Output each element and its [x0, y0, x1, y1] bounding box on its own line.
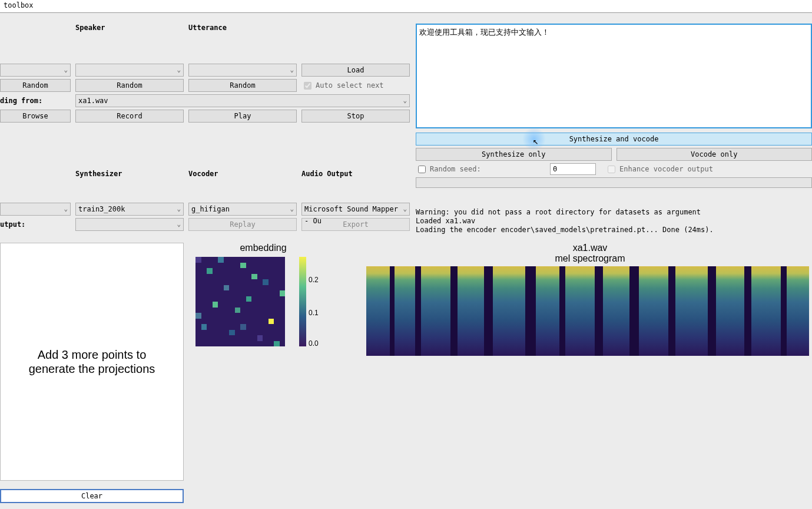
colorbar: 0.2 0.1 0.0 [299, 257, 329, 346]
spectrogram-image [366, 266, 809, 356]
projection-panel: Add 3 more points to generate the projec… [0, 243, 184, 481]
output-label: utput: [0, 220, 71, 229]
spectrogram-panel: xa1.wav mel spectrogram [366, 243, 812, 481]
colorbar-tick-01: 0.1 [309, 309, 319, 317]
auto-select-checkbox[interactable]: Auto select next [301, 80, 410, 91]
record-button[interactable]: Record [75, 110, 184, 123]
enhance-label: Enhance vocoder output [619, 165, 713, 173]
synthesize-and-vocode-button[interactable]: Synthesize and vocode ↖ [416, 133, 812, 146]
enhance-checkbox[interactable]: Enhance vocoder output [605, 164, 713, 175]
browse-button[interactable]: Browse [0, 110, 71, 123]
audio-output-header: Audio Output [301, 170, 410, 178]
spectrogram-file: xa1.wav [366, 243, 812, 253]
text-input[interactable]: 欢迎使用工具箱，现已支持中文输入！ [416, 24, 812, 128]
window-title: toolbox [4, 1, 34, 9]
vocode-only-button[interactable]: Vocode only [617, 148, 813, 161]
play-button[interactable]: Play [188, 110, 297, 123]
progress-bar [416, 177, 812, 188]
vocoder-dropdown[interactable]: g_hifigan [188, 203, 297, 216]
spectrogram-title: mel spectrogram [366, 253, 812, 264]
random-seed-input-check[interactable] [418, 166, 426, 173]
utterance-dropdown[interactable] [188, 64, 297, 77]
utterance-header: Utterance [188, 24, 297, 61]
log-area: Warning: you did not pass a root directo… [416, 206, 812, 237]
stop-button[interactable]: Stop [301, 110, 410, 123]
output-file-dropdown[interactable] [75, 218, 184, 231]
colorbar-tick-00: 0.0 [309, 339, 319, 348]
vocoder-header: Vocoder [188, 170, 297, 178]
replay-button[interactable]: Replay [188, 218, 297, 231]
random-seed-checkbox[interactable]: Random seed: [416, 164, 545, 175]
colorbar-tick-02: 0.2 [309, 276, 319, 284]
embedding-title: embedding [195, 243, 331, 253]
random-speaker-button[interactable]: Random [75, 79, 184, 92]
speaker-dropdown[interactable] [75, 64, 184, 77]
projection-text: Add 3 more points to generate the projec… [29, 348, 155, 376]
synthesize-only-button[interactable]: Synthesize only [416, 148, 612, 161]
enhance-input [608, 166, 615, 173]
random-seed-label: Random seed: [430, 165, 481, 173]
recording-file-dropdown[interactable]: xa1.wav [75, 94, 410, 107]
encoder-dropdown[interactable] [0, 203, 71, 216]
seed-input[interactable] [550, 163, 596, 175]
cursor-icon: ↖ [533, 135, 539, 147]
embedding-panel: embedding [195, 243, 331, 481]
speaker-header: Speaker [75, 24, 184, 61]
random-dataset-button[interactable]: Random [0, 79, 71, 92]
synthesizer-dropdown[interactable]: train3_200k [75, 203, 184, 216]
auto-select-input [304, 82, 311, 90]
load-button[interactable]: Load [301, 64, 410, 77]
clear-button[interactable]: Clear [0, 489, 184, 503]
audio-output-dropdown[interactable]: Microsoft Sound Mapper - Ou [301, 203, 410, 216]
embedding-heatmap [195, 257, 285, 346]
synthesizer-header: Synthesizer [75, 170, 184, 178]
title-bar: toolbox [0, 0, 812, 13]
auto-select-label: Auto select next [316, 81, 384, 90]
random-utterance-button[interactable]: Random [188, 79, 297, 92]
recording-from-label: ding from: [0, 97, 71, 105]
dataset-dropdown[interactable] [0, 64, 71, 77]
